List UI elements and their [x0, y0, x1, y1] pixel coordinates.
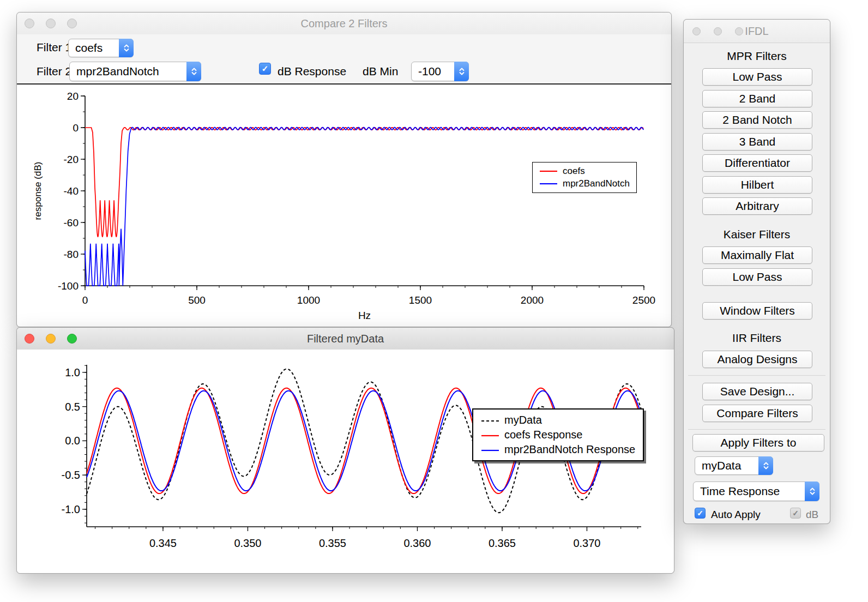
- filtered-mydata-window: Filtered myData 0.3450.3500.3550.3600.36…: [16, 327, 674, 574]
- auto-apply-label: Auto Apply: [711, 509, 761, 521]
- legend-entry: coefs: [539, 166, 630, 177]
- svg-text:0.345: 0.345: [149, 537, 177, 549]
- ifdl-titlebar[interactable]: IFDL: [684, 20, 830, 43]
- three-band-button[interactable]: 3 Band: [702, 133, 812, 150]
- filter-controls-bar: Filter 1: coefs Filter 2: mpr2BandNotch …: [17, 34, 671, 85]
- svg-text:0.370: 0.370: [573, 537, 600, 549]
- svg-text:-60: -60: [64, 217, 79, 228]
- svg-text:1000: 1000: [297, 294, 320, 306]
- legend-entry: mpr2BandNotch Response: [481, 443, 635, 456]
- two-band-notch-button[interactable]: 2 Band Notch: [702, 111, 812, 129]
- legend-entry: mpr2BandNotch: [539, 178, 630, 189]
- svg-text:-80: -80: [64, 249, 79, 260]
- time-response-plot-area: 0.3450.3500.3550.3600.3650.3701.00.50.0-…: [17, 350, 674, 573]
- frequency-legend: coefs mpr2BandNotch: [532, 162, 637, 193]
- legend-label: myData: [504, 414, 542, 426]
- svg-text:0.355: 0.355: [319, 537, 346, 549]
- minimize-button[interactable]: [714, 27, 722, 35]
- svg-text:0.5: 0.5: [65, 401, 80, 413]
- window-title: Compare 2 Filters: [301, 17, 388, 30]
- filter1-popup[interactable]: coefs: [68, 39, 134, 57]
- response-mode-popup[interactable]: Time Response: [693, 481, 819, 501]
- maximally-flat-button[interactable]: Maximally Flat: [702, 246, 812, 264]
- db-min-popup[interactable]: -100: [411, 62, 469, 81]
- svg-text:-0.5: -0.5: [62, 469, 80, 481]
- auto-apply-checkbox[interactable]: [695, 508, 706, 519]
- svg-text:0.360: 0.360: [403, 537, 431, 549]
- kaiser-filters-header: Kaiser Filters: [684, 228, 830, 241]
- filtered-window-titlebar[interactable]: Filtered myData: [17, 328, 674, 350]
- svg-text:500: 500: [188, 294, 206, 306]
- legend-label: mpr2BandNotch: [563, 178, 630, 189]
- updown-chevron-icon: [119, 39, 134, 57]
- traffic-lights: [25, 13, 77, 34]
- compare-window-titlebar[interactable]: Compare 2 Filters: [17, 13, 671, 35]
- minimize-button[interactable]: [46, 334, 56, 344]
- zoom-button[interactable]: [67, 334, 77, 344]
- ifdl-palette-window: IFDL MPR Filters Low Pass 2 Band 2 Band …: [683, 19, 830, 524]
- traffic-lights: [25, 328, 77, 350]
- svg-text:2000: 2000: [521, 294, 544, 306]
- apply-target-popup[interactable]: myData: [695, 456, 773, 475]
- legend-label: coefs: [563, 166, 585, 177]
- svg-text:-40: -40: [64, 185, 79, 197]
- svg-text:-20: -20: [64, 154, 79, 165]
- window-title: Filtered myData: [307, 333, 384, 345]
- mydata-line-sample: [481, 414, 499, 426]
- updown-chevron-icon: [454, 62, 469, 81]
- minimize-button[interactable]: [46, 19, 56, 28]
- window-title: IFDL: [745, 25, 768, 38]
- analog-designs-button[interactable]: Analog Designs: [702, 351, 812, 368]
- close-button[interactable]: [25, 19, 34, 28]
- compare-filters-window: Compare 2 Filters Filter 1: coefs Filter…: [16, 12, 672, 327]
- coefs-response-line-sample: [481, 429, 499, 441]
- svg-text:1500: 1500: [409, 294, 432, 306]
- close-button[interactable]: [25, 334, 34, 344]
- db-checkbox[interactable]: [790, 508, 801, 519]
- close-button[interactable]: [692, 27, 701, 35]
- compare-filters-button[interactable]: Compare Filters: [702, 405, 812, 422]
- iir-filters-header: IIR Filters: [684, 332, 830, 345]
- svg-text:0.350: 0.350: [234, 537, 261, 549]
- zoom-button[interactable]: [735, 27, 743, 35]
- svg-text:Hz: Hz: [358, 310, 371, 321]
- hilbert-button[interactable]: Hilbert: [702, 176, 812, 194]
- apply-filters-to-button[interactable]: Apply Filters to: [692, 434, 824, 452]
- apply-target-value: myData: [695, 459, 761, 472]
- zoom-button[interactable]: [67, 19, 77, 28]
- time-response-chart: 0.3450.3500.3550.3600.3650.3701.00.50.0-…: [17, 350, 674, 573]
- legend-label: mpr2BandNotch Response: [504, 443, 635, 456]
- kaiser-low-pass-button[interactable]: Low Pass: [702, 268, 812, 286]
- db-response-label: dB Response: [278, 65, 346, 78]
- section-divider: [688, 375, 825, 376]
- differentiator-button[interactable]: Differentiator: [702, 154, 812, 172]
- frequency-response-plot-area: 05001000150020002500200-20-40-60-80-100H…: [17, 85, 671, 327]
- coefs-line-sample: [539, 166, 558, 177]
- notch-response-line-sample: [481, 443, 499, 456]
- updown-chevron-icon: [758, 456, 773, 475]
- svg-text:1.0: 1.0: [65, 366, 80, 378]
- svg-text:-1.0: -1.0: [62, 503, 80, 515]
- updown-chevron-icon: [186, 62, 201, 81]
- filter2-popup[interactable]: mpr2BandNotch: [69, 62, 201, 81]
- svg-text:0: 0: [73, 122, 79, 134]
- legend-entry: coefs Response: [481, 429, 635, 441]
- svg-text:0: 0: [82, 294, 88, 306]
- low-pass-button[interactable]: Low Pass: [702, 68, 812, 86]
- svg-text:20: 20: [67, 91, 79, 102]
- db-min-value: -100: [412, 65, 461, 78]
- mpr-filters-header: MPR Filters: [684, 50, 830, 63]
- section-divider: [688, 429, 825, 430]
- db-response-checkbox[interactable]: [259, 63, 271, 75]
- legend-label: coefs Response: [504, 429, 582, 441]
- svg-text:0.0: 0.0: [65, 435, 80, 447]
- notch-line-sample: [539, 178, 558, 189]
- updown-chevron-icon: [805, 481, 819, 501]
- two-band-button[interactable]: 2 Band: [702, 90, 812, 107]
- save-design-button[interactable]: Save Design...: [702, 383, 812, 400]
- db-min-label: dB Min: [363, 65, 398, 78]
- filter2-value: mpr2BandNotch: [70, 65, 179, 78]
- arbitrary-button[interactable]: Arbitrary: [702, 197, 812, 215]
- svg-text:2500: 2500: [632, 294, 655, 306]
- window-filters-button[interactable]: Window Filters: [702, 302, 812, 320]
